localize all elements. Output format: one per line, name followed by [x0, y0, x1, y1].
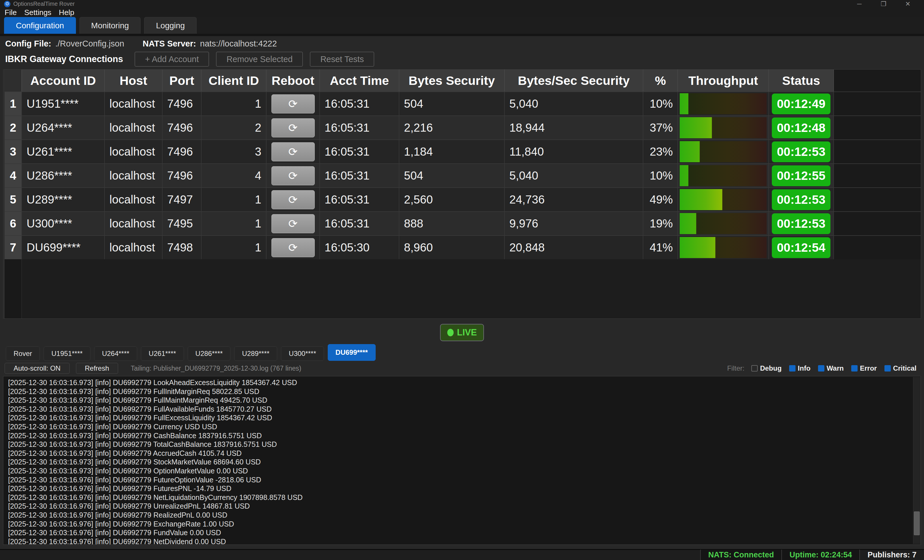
column-header-Acct Time: Acct Time: [320, 70, 399, 91]
row-number: 4: [4, 164, 22, 187]
filter-error[interactable]: Error: [851, 364, 877, 372]
filter-warn[interactable]: Warn: [818, 364, 844, 372]
cell-throughput: [678, 188, 769, 211]
cell-acct-time: 16:05:31: [320, 140, 399, 163]
cell-percent: 41%: [644, 236, 678, 259]
cell-acct-time: 16:05:30: [320, 236, 399, 259]
reboot-button[interactable]: ⟳: [272, 238, 315, 257]
cell-bytes-sec-security: 9,976: [505, 212, 644, 235]
throughput-bar: [680, 237, 766, 258]
nats-status: NATS: Connected: [700, 550, 782, 560]
status-badge: 00:12:53: [772, 141, 831, 162]
reboot-button[interactable]: ⟳: [272, 190, 315, 209]
log-line: [2025-12-30 16:03:16.976] [info] DU69927…: [8, 520, 921, 529]
app-window: ⚙ OptionsRealTime Rover ─ ❐ ✕ FileSettin…: [0, 0, 924, 560]
tab-logging[interactable]: Logging: [144, 17, 196, 34]
log-line: [2025-12-30 16:03:16.973] [info] DU69927…: [8, 431, 921, 440]
remove-selected-button[interactable]: Remove Selected: [216, 52, 303, 67]
cell-status: 00:12:53: [769, 188, 834, 211]
log-tab-u264[interactable]: U264****: [94, 346, 137, 361]
column-header-Account ID: Account ID: [22, 70, 105, 91]
cell-host: localhost: [105, 164, 163, 187]
cell-account-id: U1951****: [22, 92, 105, 115]
filter-checkbox-debug[interactable]: [752, 365, 758, 371]
column-header-Reboot: Reboot: [267, 70, 320, 91]
table-header-row: Account IDHostPortClient IDRebootAcct Ti…: [4, 70, 921, 91]
table-row[interactable]: 6U300****localhost74951⟳16:05:318889,976…: [4, 211, 921, 235]
close-icon[interactable]: ✕: [902, 0, 914, 8]
tab-configuration[interactable]: Configuration: [4, 17, 76, 34]
cell-host: localhost: [105, 92, 163, 115]
log-tab-u261[interactable]: U261****: [141, 346, 184, 361]
table-row[interactable]: 1U1951****localhost74961⟳16:05:315045,04…: [4, 91, 921, 115]
column-header-%: %: [644, 70, 678, 91]
cell-reboot: ⟳: [267, 164, 320, 187]
column-header-Host: Host: [105, 70, 163, 91]
status-badge: 00:12:55: [772, 165, 831, 186]
filter-checkbox-error[interactable]: [851, 365, 858, 371]
minimize-icon[interactable]: ─: [853, 0, 866, 8]
cell-client-id: 1: [201, 92, 267, 115]
cell-bytes-security: 504: [399, 164, 505, 187]
filter-checkbox-info[interactable]: [789, 365, 795, 371]
cell-account-id: U286****: [22, 164, 105, 187]
menu-item-help[interactable]: Help: [59, 8, 74, 17]
live-dot-icon: [447, 329, 454, 336]
connections-table: Account IDHostPortClient IDRebootAcct Ti…: [3, 69, 921, 319]
filter-name: Critical: [893, 364, 916, 372]
column-header-Status: Status: [769, 70, 834, 91]
table-row[interactable]: 2U264****localhost74962⟳16:05:312,21618,…: [4, 115, 921, 139]
reboot-button[interactable]: ⟳: [272, 214, 315, 233]
table-row[interactable]: 3U261****localhost74963⟳16:05:311,18411,…: [4, 139, 921, 163]
log-tab-du699[interactable]: DU699****: [328, 344, 376, 361]
reboot-button[interactable]: ⟳: [272, 166, 315, 185]
log-line: [2025-12-30 16:03:16.976] [info] DU69927…: [8, 475, 921, 484]
tab-monitoring[interactable]: Monitoring: [80, 17, 141, 34]
cell-reboot: ⟳: [267, 188, 320, 211]
log-tab-u300[interactable]: U300****: [281, 346, 324, 361]
reboot-button[interactable]: ⟳: [272, 118, 315, 138]
restore-icon[interactable]: ❐: [877, 0, 890, 8]
reboot-button[interactable]: ⟳: [272, 94, 315, 114]
log-tab-u1951[interactable]: U1951****: [44, 346, 90, 361]
menu-item-settings[interactable]: Settings: [24, 8, 51, 17]
filter-critical[interactable]: Critical: [885, 364, 916, 372]
status-badge: 00:12:54: [772, 237, 831, 258]
reboot-button[interactable]: ⟳: [272, 142, 315, 161]
row-number: 2: [4, 116, 22, 139]
cell-status: 00:12:53: [769, 140, 834, 163]
cell-bytes-security: 2,216: [399, 116, 505, 139]
log-line: [2025-12-30 16:03:16.973] [info] DU69927…: [8, 396, 921, 405]
app-icon: ⚙: [4, 1, 10, 7]
filter-debug[interactable]: Debug: [752, 364, 782, 372]
main-tab-bar: ConfigurationMonitoringLogging: [0, 17, 924, 34]
filter-label: Filter:: [727, 364, 744, 372]
cell-client-id: 1: [201, 188, 267, 211]
cell-acct-time: 16:05:31: [320, 164, 399, 187]
cell-client-id: 1: [201, 212, 267, 235]
filter-checkbox-critical[interactable]: [885, 365, 891, 371]
log-tab-rover[interactable]: Rover: [6, 346, 40, 361]
filter-name: Info: [798, 364, 810, 372]
log-scrollbar-thumb[interactable]: [914, 512, 920, 535]
autoscroll-button[interactable]: Auto-scroll: ON: [4, 363, 70, 374]
reset-tests-button[interactable]: Reset Tests: [310, 52, 374, 67]
title-bar: ⚙ OptionsRealTime Rover ─ ❐ ✕: [0, 0, 924, 8]
table-row[interactable]: 4U286****localhost74964⟳16:05:315045,040…: [4, 163, 921, 187]
column-header-Bytes/Sec Security: Bytes/Sec Security: [505, 70, 644, 91]
add-account-button[interactable]: + Add Account: [135, 52, 209, 67]
table-row[interactable]: 5U289****localhost74971⟳16:05:312,56024,…: [4, 187, 921, 211]
log-tab-u286[interactable]: U286****: [188, 346, 231, 361]
table-row[interactable]: 7DU699****localhost74981⟳16:05:308,96020…: [4, 235, 921, 259]
log-output-view[interactable]: [2025-12-30 16:03:16.973] [info] DU69927…: [3, 376, 921, 545]
filter-checkboxes: DebugInfoWarnErrorCritical: [752, 364, 916, 372]
column-header-Port: Port: [163, 70, 201, 91]
log-tab-u289[interactable]: U289****: [234, 346, 277, 361]
menu-item-file[interactable]: File: [4, 8, 17, 17]
filter-info[interactable]: Info: [789, 364, 810, 372]
log-scrollbar[interactable]: [913, 377, 921, 544]
refresh-button[interactable]: Refresh: [76, 363, 118, 374]
filter-checkbox-warn[interactable]: [818, 365, 824, 371]
connections-section-header: IBKR Gateway Connections + Add Account R…: [5, 51, 381, 67]
live-button[interactable]: LIVE: [440, 324, 484, 341]
